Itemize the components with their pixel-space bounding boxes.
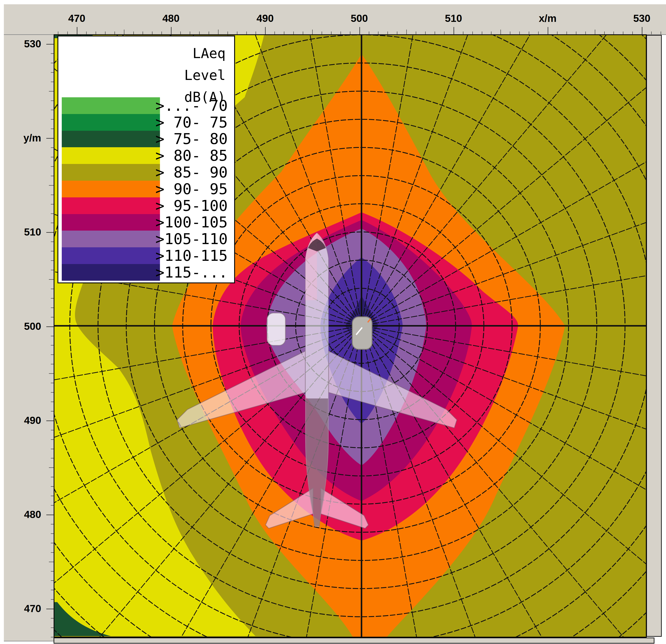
bottom-status-strip [54,638,654,644]
x-ruler-tick [312,30,313,34]
y-axis-label: 510 [24,227,41,237]
x-ruler-tick [557,32,558,34]
vertical-scrollbar[interactable] [646,35,662,637]
x-ruler-tick [566,32,567,34]
y-axis-label: 470 [24,604,41,614]
y-ruler-tick [51,401,54,402]
legend-row: > 70- 75 [62,114,231,131]
legend-swatch [62,114,160,131]
x-ruler-tick [585,32,586,34]
y-ruler-tick [49,185,54,185]
x-ruler-tick [77,27,77,34]
legend-row: >110-115 [62,247,231,264]
legend-swatch [62,147,160,164]
x-ruler-tick [642,27,643,34]
x-ruler-tick [482,32,482,34]
x-ruler-tick [454,27,454,34]
y-ruler-tick [51,195,54,195]
legend-row: >115-... [62,264,231,281]
y-ruler-tick [51,242,54,242]
y-ruler-tick [51,599,54,600]
x-ruler-tick [501,30,501,34]
y-ruler-tick [51,129,54,129]
legend-row: >100-105 [62,214,231,231]
y-ruler-tick [51,392,54,393]
y-ruler-tick [51,223,54,223]
y-axis-label: y/m [23,133,41,143]
x-ruler-tick [510,32,510,34]
x-ruler-tick [576,32,576,34]
y-ruler-tick [51,261,54,261]
y-ruler-tick [51,552,54,553]
y-ruler-tick [51,355,54,355]
y-ruler-tick [46,515,54,515]
legend-swatch [62,264,160,281]
legend-label: >110-115 [156,247,228,265]
x-ruler-tick [303,32,303,34]
legend-label: >115-... [156,264,228,281]
x-ruler-tick [209,32,209,34]
legend-label: >100-105 [156,213,228,231]
x-ruler-tick [152,32,153,34]
y-ruler-tick [51,157,54,157]
legend-swatch [62,97,160,114]
y-ruler-tick [49,467,54,468]
x-ruler-tick [275,32,275,34]
legend-row: > 90- 95 [62,181,231,197]
y-ruler-tick [51,298,54,299]
x-ruler-tick [397,32,397,34]
y-ruler-tick [51,477,54,477]
y-ruler-tick [51,63,54,63]
x-ruler-tick [256,32,256,34]
legend-row: > 95-100 [62,197,231,214]
x-ruler-tick [661,32,661,34]
x-axis-label: 510 [445,13,462,23]
y-ruler-tick [51,317,54,317]
y-ruler-tick [51,166,54,167]
legend-swatch [62,214,160,231]
x-ruler-tick [190,32,190,34]
x-ruler-tick [491,32,491,34]
x-ruler-tick [548,27,548,34]
y-ruler-tick [46,326,54,327]
x-ruler-tick [406,30,407,34]
legend-swatch [62,181,160,197]
y-ruler-tick [51,505,54,505]
x-ruler-tick [228,32,228,34]
legend-label: > 70- 75 [156,113,228,131]
y-ruler-tick [51,627,54,628]
left-ruler: 530y/m510500490480470 [4,35,54,641]
y-ruler-tick [51,383,54,383]
y-ruler-tick [51,101,54,101]
x-ruler-tick [632,32,633,34]
x-ruler-tick [444,32,444,34]
y-axis-label: 490 [24,415,41,426]
y-axis-label: 500 [24,321,41,332]
x-ruler-tick [463,32,463,34]
x-axis-label: x/m [539,13,557,23]
y-ruler-tick [51,458,54,459]
y-ruler-tick [49,562,54,562]
noise-mapping-app-view: { "app": {"description_title": "LAeq Lev… [0,0,666,644]
aircraft-left-engine [267,313,285,345]
legend-label: > 80- 85 [156,147,228,164]
y-ruler-tick [51,204,54,204]
legend-row: >105-110 [62,231,231,247]
legend-label: > 95-100 [156,197,228,215]
y-ruler-tick [51,618,54,619]
x-ruler-tick [105,32,105,34]
y-ruler-tick [46,232,54,233]
y-ruler-tick [51,176,54,176]
x-ruler-tick [651,32,652,34]
x-ruler-tick [86,32,87,34]
y-ruler-tick [51,486,54,487]
y-ruler-tick [51,270,54,270]
x-ruler-tick [95,32,96,34]
legend-swatch [62,247,160,264]
y-ruler-tick [51,449,54,449]
x-ruler-tick [538,32,539,34]
y-ruler-tick [51,533,54,534]
legend-swatch [62,131,160,147]
y-ruler-tick [49,373,54,374]
y-ruler-tick [51,119,54,120]
